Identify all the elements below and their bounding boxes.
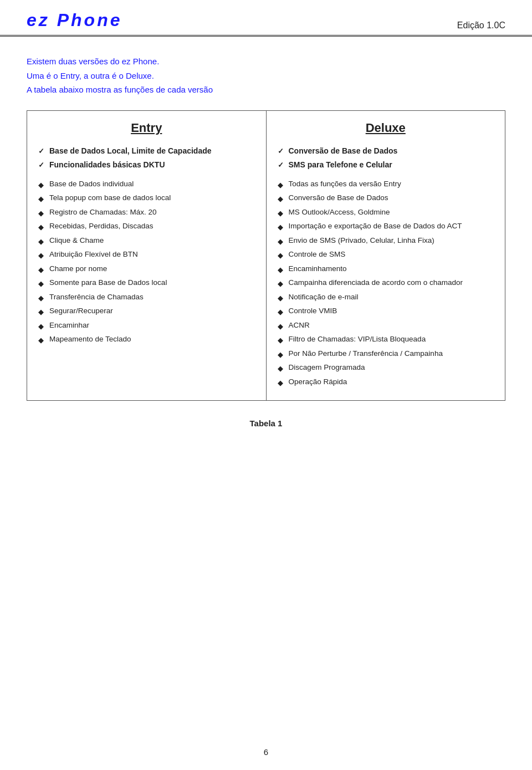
deluxe-diamond-item-10: ◆ Controle VMIB xyxy=(278,305,494,318)
deluxe-diamond-item-3: ◆ MS Outlook/Access, Goldmine xyxy=(278,207,494,219)
deluxe-check-item-1: ✓ Conversão de Base de Dados xyxy=(278,145,494,157)
intro-line3: A tabela abaixo mostra as funções de cad… xyxy=(27,83,505,97)
deluxe-check-item-2: ✓ SMS para Telefone e Celular xyxy=(278,159,494,171)
deluxe-diamond-item-13: ◆ Por Não Perturbe / Transferência / Cam… xyxy=(278,348,494,360)
deluxe-diamond-item-4: ◆ Importação e exportação de Base de Dad… xyxy=(278,221,494,233)
diamond-icon-e10: ◆ xyxy=(38,307,46,318)
entry-column: Entry ✓ Base de Dados Local, Limite de C… xyxy=(27,111,267,401)
table-caption: Tabela 1 xyxy=(27,419,505,428)
diamond-icon-d2: ◆ xyxy=(278,193,285,205)
deluxe-check-text-2: SMS para Telefone e Celular xyxy=(289,159,392,171)
diamond-icon-e6: ◆ xyxy=(38,250,46,261)
entry-title: Entry xyxy=(38,121,255,135)
entry-check-text-1: Base de Dados Local, Limite de Capacidad… xyxy=(49,145,212,157)
diamond-icon-d4: ◆ xyxy=(278,222,285,233)
entry-diamond-item-7: ◆ Chame por nome xyxy=(38,263,255,276)
deluxe-column: Deluxe ✓ Conversão de Base de Dados ✓ SM… xyxy=(267,111,505,401)
deluxe-diamond-item-1: ◆ Todas as funções da versão Entry xyxy=(278,179,494,191)
deluxe-diamond-item-2: ◆ Conversão de Base de Dados xyxy=(278,192,494,205)
entry-diamond-item-9: ◆ Transferência de Chamadas xyxy=(38,292,255,304)
page-content: Existem duas versões do ez Phone. Uma é … xyxy=(0,37,532,459)
deluxe-check-list: ✓ Conversão de Base de Dados ✓ SMS para … xyxy=(278,145,494,171)
deluxe-diamond-item-12: ◆ Filtro de Chamadas: VIP/Lista Bloquead… xyxy=(278,334,494,346)
diamond-icon-d12: ◆ xyxy=(278,335,285,346)
intro-section: Existem duas versões do ez Phone. Uma é … xyxy=(27,54,505,97)
check-icon-d1: ✓ xyxy=(278,146,285,157)
diamond-icon-d9: ◆ xyxy=(278,293,285,304)
diamond-icon-e1: ◆ xyxy=(38,180,46,191)
diamond-icon-e5: ◆ xyxy=(38,236,46,247)
diamond-icon-d15: ◆ xyxy=(278,378,285,389)
deluxe-diamond-item-5: ◆ Envio de SMS (Privado, Celular, Linha … xyxy=(278,235,494,247)
deluxe-diamond-item-11: ◆ ACNR xyxy=(278,320,494,332)
deluxe-diamond-item-9: ◆ Notificação de e-mail xyxy=(278,292,494,304)
check-icon-1: ✓ xyxy=(38,146,46,157)
entry-diamond-item-5: ◆ Clique & Chame xyxy=(38,235,255,247)
diamond-icon-d10: ◆ xyxy=(278,307,285,318)
check-icon-d2: ✓ xyxy=(278,160,285,171)
diamond-icon-e3: ◆ xyxy=(38,208,46,219)
diamond-icon-e7: ◆ xyxy=(38,264,46,276)
entry-diamond-item-2: ◆ Tela popup com base de dados local xyxy=(38,192,255,205)
diamond-icon-d5: ◆ xyxy=(278,236,285,247)
diamond-icon-e9: ◆ xyxy=(38,293,46,304)
deluxe-diamond-item-8: ◆ Campainha diferenciada de acordo com o… xyxy=(278,277,494,289)
check-icon-2: ✓ xyxy=(38,160,46,171)
deluxe-check-text-1: Conversão de Base de Dados xyxy=(289,145,398,157)
entry-diamond-list: ◆ Base de Dados individual ◆ Tela popup … xyxy=(38,179,255,346)
entry-diamond-item-3: ◆ Registro de Chamadas: Máx. 20 xyxy=(38,207,255,219)
diamond-icon-e11: ◆ xyxy=(38,321,46,332)
entry-diamond-item-8: ◆ Somente para Base de Dados local xyxy=(38,277,255,289)
deluxe-title: Deluxe xyxy=(278,121,494,135)
entry-check-item-1: ✓ Base de Dados Local, Limite de Capacid… xyxy=(38,145,255,157)
diamond-icon-d13: ◆ xyxy=(278,349,285,360)
deluxe-diamond-item-14: ◆ Discagem Programada xyxy=(278,362,494,374)
comparison-table: Entry ✓ Base de Dados Local, Limite de C… xyxy=(27,110,505,401)
entry-diamond-item-12: ◆ Mapeamento de Teclado xyxy=(38,334,255,346)
diamond-icon-d3: ◆ xyxy=(278,208,285,219)
diamond-icon-d14: ◆ xyxy=(278,363,285,374)
entry-diamond-item-4: ◆ Recebidas, Perdidas, Discadas xyxy=(38,221,255,233)
diamond-icon-d1: ◆ xyxy=(278,180,285,191)
entry-diamond-item-11: ◆ Encaminhar xyxy=(38,320,255,332)
entry-check-list: ✓ Base de Dados Local, Limite de Capacid… xyxy=(38,145,255,171)
intro-line2: Uma é o Entry, a outra é o Deluxe. xyxy=(27,69,505,83)
deluxe-diamond-item-6: ◆ Controle de SMS xyxy=(278,249,494,261)
diamond-icon-d11: ◆ xyxy=(278,321,285,332)
intro-line1: Existem duas versões do ez Phone. xyxy=(27,54,505,69)
app-logo: ez Phone xyxy=(27,10,122,30)
diamond-icon-e4: ◆ xyxy=(38,222,46,233)
diamond-icon-e12: ◆ xyxy=(38,335,46,346)
entry-diamond-item-1: ◆ Base de Dados individual xyxy=(38,179,255,191)
diamond-icon-d8: ◆ xyxy=(278,278,285,289)
diamond-icon-e2: ◆ xyxy=(38,193,46,205)
diamond-icon-e8: ◆ xyxy=(38,278,46,289)
entry-check-item-2: ✓ Funcionalidades básicas DKTU xyxy=(38,159,255,171)
deluxe-diamond-item-15: ◆ Operação Rápida xyxy=(278,376,494,389)
entry-diamond-item-6: ◆ Atribuição Flexível de BTN xyxy=(38,249,255,261)
diamond-icon-d6: ◆ xyxy=(278,250,285,261)
entry-diamond-item-10: ◆ Segurar/Recuperar xyxy=(38,305,255,318)
edition-label: Edição 1.0C xyxy=(457,21,505,30)
page-number: 6 xyxy=(0,747,532,757)
deluxe-diamond-item-7: ◆ Encaminhamento xyxy=(278,263,494,276)
deluxe-diamond-list: ◆ Todas as funções da versão Entry ◆ Con… xyxy=(278,179,494,389)
page-header: ez Phone Edição 1.0C xyxy=(0,0,532,37)
diamond-icon-d7: ◆ xyxy=(278,264,285,276)
entry-check-text-2: Funcionalidades básicas DKTU xyxy=(49,159,165,171)
